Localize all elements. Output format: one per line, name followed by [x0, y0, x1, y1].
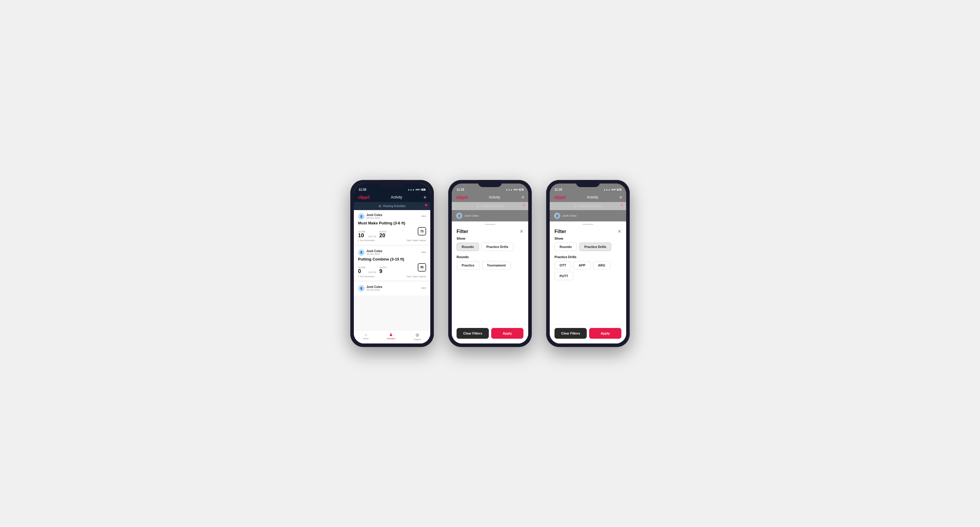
- shot-quality-value-1: 45: [420, 265, 423, 269]
- practice-round-btn-2[interactable]: Practice: [457, 261, 480, 270]
- status-time-1: 11:33: [359, 188, 366, 191]
- nav-activities[interactable]: ♟ Activities: [387, 332, 395, 340]
- clear-filters-btn-3[interactable]: Clear Filters: [555, 328, 587, 339]
- user-date-1: 28 Feb 2023: [366, 253, 382, 256]
- signal-icon-2: ▲▲▲: [506, 188, 513, 191]
- rounds-btn-2[interactable]: Rounds: [457, 243, 479, 251]
- phone-2: 11:33 ▲▲▲ WiFi 51 clippd Activity ≡ ⊞ Vi…: [448, 180, 532, 347]
- more-btn-2[interactable]: •••: [421, 286, 426, 290]
- wifi-icon: WiFi: [415, 188, 420, 191]
- practice-drills-btn-3[interactable]: Practice Drills: [579, 243, 611, 251]
- shots-group-1: Shots 9: [379, 267, 387, 274]
- filter-icon-3: ⊞: [574, 205, 577, 208]
- activity-footer-0: ℹ Test Information Data: Clippd Capture: [358, 239, 426, 242]
- more-btn-0[interactable]: •••: [421, 214, 426, 218]
- modal-title-3: Filter: [555, 229, 566, 234]
- data-source-0: Data: Clippd Capture: [407, 239, 426, 241]
- tournament-btn-2[interactable]: Tournament: [482, 261, 511, 270]
- notch-3: [576, 180, 600, 187]
- more-btn-1[interactable]: •••: [421, 250, 426, 254]
- notch-2: [478, 180, 502, 187]
- header-title-1: Activity: [391, 195, 402, 199]
- phone-2-screen: 11:33 ▲▲▲ WiFi 51 clippd Activity ≡ ⊞ Vi…: [452, 184, 528, 343]
- putt-btn-3[interactable]: PUTT: [555, 272, 573, 280]
- viewing-bar-3: ⊞ Viewing Activities: [550, 202, 626, 210]
- phone-1-screen: 11:33 ▲▲▲ WiFi 51 clippd Activity ≡ ⊞ Vi…: [354, 184, 430, 343]
- viewing-bar-text-1: Viewing Activities: [383, 205, 406, 208]
- logo-3: clippd: [554, 195, 565, 200]
- nav-capture[interactable]: ⊕ Capture: [414, 332, 421, 340]
- user-row-1: 👤 Josh Coles 28 Feb 2023 •••: [358, 249, 426, 256]
- show-buttons-2: Rounds Practice Drills: [457, 243, 523, 251]
- wifi-icon-3: WiFi: [611, 188, 616, 191]
- modal-body-3: Show Rounds Practice Drills Practice Dri…: [550, 237, 626, 288]
- signal-icon: ▲▲▲: [407, 188, 415, 191]
- activity-item-0: 👤 Josh Coles 28 Feb 2023 ••• Must Make P…: [354, 210, 430, 245]
- test-info-text-1: Test Information: [360, 275, 375, 278]
- rounds-buttons-2: Practice Tournament: [457, 261, 523, 270]
- modal-close-2[interactable]: ✕: [520, 229, 523, 234]
- menu-icon-2[interactable]: ≡: [522, 195, 524, 200]
- drills-buttons-3: OTT APP ARG PUTT: [555, 261, 621, 280]
- clear-filters-btn-2[interactable]: Clear Filters: [457, 328, 489, 339]
- scene: 11:33 ▲▲▲ WiFi 51 clippd Activity ≡ ⊞ Vi…: [332, 162, 648, 365]
- status-icons-2: ▲▲▲ WiFi 51: [506, 188, 523, 191]
- show-label-2: Show: [457, 237, 523, 240]
- practice-drills-btn-2[interactable]: Practice Drills: [481, 243, 513, 251]
- viewing-bar-2: ⊞ Viewing Activities: [452, 202, 528, 210]
- user-name-peek: Josh Coles: [464, 214, 479, 217]
- header-title-2: Activity: [489, 195, 500, 199]
- app-btn-3[interactable]: APP: [574, 261, 591, 270]
- shot-quality-value-0: 75: [420, 230, 423, 233]
- user-row-2: 👤 Josh Coles 28 Feb 2023 •••: [358, 285, 426, 292]
- user-name-0: Josh Coles: [366, 213, 382, 217]
- modal-close-3[interactable]: ✕: [617, 229, 621, 234]
- phone-1: 11:33 ▲▲▲ WiFi 51 clippd Activity ≡ ⊞ Vi…: [350, 180, 434, 347]
- rounds-section-label-2: Rounds: [457, 255, 523, 259]
- app-header-3: clippd Activity ≡: [550, 193, 626, 202]
- rounds-btn-3[interactable]: Rounds: [555, 243, 577, 251]
- battery-icon: 51: [421, 189, 425, 191]
- practice-drills-section-label-3: Practice Drills: [555, 255, 621, 259]
- user-info-2: 👤 Josh Coles 28 Feb 2023: [358, 285, 382, 292]
- modal-title-2: Filter: [457, 229, 468, 234]
- user-details-2: Josh Coles 28 Feb 2023: [366, 285, 382, 291]
- more-peek: •••: [521, 214, 524, 217]
- menu-icon-1[interactable]: ≡: [424, 195, 426, 200]
- avatar-2: 👤: [358, 285, 364, 292]
- nav-home[interactable]: ⌂ Home: [363, 332, 369, 340]
- show-buttons-3: Rounds Practice Drills: [555, 243, 621, 251]
- user-name-2: Josh Coles: [366, 285, 382, 289]
- data-source-1: Data: Clippd Capture: [407, 275, 426, 278]
- shots-value-0: 20: [379, 233, 387, 238]
- more-peek-3: •••: [619, 214, 622, 217]
- viewing-bar-text-2: Viewing Activities: [481, 205, 504, 208]
- filter-icon-1: ⊞: [379, 205, 381, 208]
- avatar-peek-3: 👤: [554, 213, 560, 219]
- ott-btn-3[interactable]: OTT: [555, 261, 571, 270]
- status-time-3: 11:33: [555, 188, 562, 191]
- out-of-1: OUT OF: [369, 271, 376, 273]
- avatar-0: 👤: [358, 213, 364, 220]
- user-details-0: Josh Coles 28 Feb 2023: [366, 213, 382, 219]
- viewing-dot-3: [621, 204, 623, 206]
- modal-footer-3: Clear Filters Apply: [550, 324, 626, 343]
- status-icons-1: ▲▲▲ WiFi 51: [407, 188, 425, 191]
- test-info-1: ℹ Test Information: [358, 275, 375, 278]
- arg-btn-3[interactable]: ARG: [593, 261, 610, 270]
- apply-btn-3[interactable]: Apply: [589, 328, 621, 339]
- out-of-0: OUT OF: [369, 235, 376, 238]
- shots-value-1: 9: [379, 268, 387, 274]
- app-header-1: clippd Activity ≡: [354, 193, 430, 202]
- test-info-text-0: Test Information: [360, 239, 375, 241]
- activity-list: 👤 Josh Coles 28 Feb 2023 ••• Must Make P…: [354, 210, 430, 330]
- score-value-0: 10: [358, 233, 366, 238]
- activity-title-1: Putting Combine (3-15 ft): [358, 257, 426, 262]
- wifi-icon-2: WiFi: [513, 188, 519, 191]
- viewing-bar-1[interactable]: ⊞ Viewing Activities: [354, 202, 430, 210]
- user-name-1: Josh Coles: [366, 249, 382, 253]
- info-icon-1: ℹ: [358, 275, 359, 278]
- menu-icon-3[interactable]: ≡: [620, 195, 622, 200]
- shot-quality-0: 75: [418, 227, 426, 235]
- apply-btn-2[interactable]: Apply: [491, 328, 523, 339]
